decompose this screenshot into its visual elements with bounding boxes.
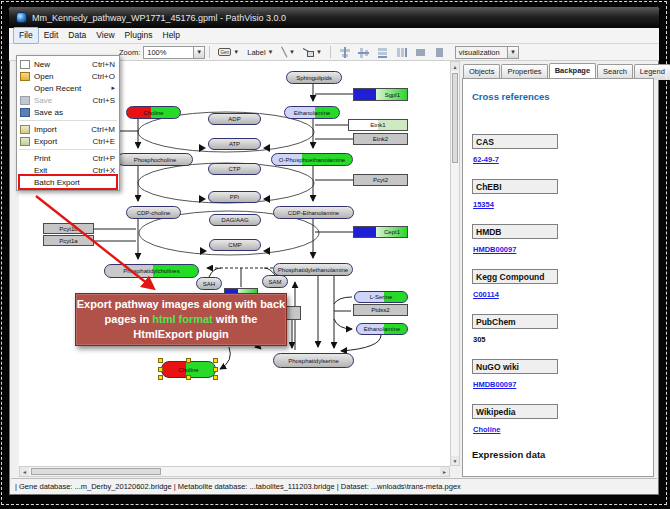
crossref-link[interactable]: HMDB00097 [473, 380, 653, 389]
common-width-icon[interactable] [414, 46, 427, 59]
tab-backpage[interactable]: Backpage [549, 63, 596, 79]
selection-handle[interactable] [186, 375, 191, 380]
node-label: Choline [178, 367, 198, 373]
crossref-link[interactable]: C00114 [473, 290, 653, 299]
file-menu-item-batch-export[interactable]: Batch Export [17, 176, 119, 188]
pathway-node-ptdss2[interactable]: Ptdss2 [353, 304, 408, 316]
zoom-dropdown-icon[interactable]: ▼ [193, 47, 204, 58]
selection-handle[interactable] [213, 358, 218, 363]
canvas-horizontal-scrollbar[interactable]: ◄ ► [19, 466, 450, 477]
selection-handle[interactable] [213, 367, 218, 372]
menu-shortcut: Ctrl+O [92, 72, 115, 81]
pathway-node-sgpl1[interactable]: Sgpl1 [353, 88, 408, 101]
menu-shortcut: Ctrl+S [93, 96, 115, 105]
pathway-node-phosphatidylethanolamine[interactable]: Phosphatidylethanolamine [273, 263, 353, 276]
menu-item-label: New [34, 60, 50, 69]
horizontal-scroll-thumb[interactable] [31, 468, 161, 475]
pathway-node-phosphocholine[interactable]: Phosphocholine [117, 153, 193, 166]
pathway-node-cdp-ethanolamine[interactable]: CDP-Ethanolamine [273, 206, 354, 219]
crossref-section-wikipedia: WikipediaCholine [472, 404, 653, 434]
file-menu-item-save-as[interactable]: Save as [17, 106, 119, 118]
visualization-combobox[interactable]: visualization ▼ [455, 46, 519, 59]
label-tool-button[interactable]: Label ▼ [243, 46, 277, 59]
node-label: CDP-Ethanolamine [288, 210, 339, 216]
shape-icon [303, 48, 314, 57]
pathway-node-ethanolamine[interactable]: Ethanolamine [284, 106, 340, 119]
pathway-node-ppi[interactable]: PPi [208, 191, 261, 203]
stack-horizontal-icon[interactable] [395, 46, 408, 59]
datanode-tool-button[interactable]: Gen ▼ [214, 46, 243, 58]
crossref-link[interactable]: 15354 [473, 200, 653, 209]
selection-handle[interactable] [158, 358, 163, 363]
stack-vertical-icon[interactable] [376, 46, 389, 59]
pathway-node-pcyt2[interactable]: Pcyt2 [353, 174, 408, 186]
vertical-scroll-thumb[interactable] [452, 73, 458, 163]
file-menu-item-print[interactable]: PrintCtrl+P [17, 152, 119, 164]
pathway-node-etnk2[interactable]: Etnk2 [353, 133, 408, 145]
annotation-callout: Export pathway images along with back pa… [75, 293, 287, 346]
zoom-combobox[interactable]: 100% ▼ [143, 46, 205, 59]
menu-item-plugins[interactable]: Plugins [120, 28, 158, 43]
pathway-node-ctp[interactable]: CTP [208, 163, 261, 175]
pathway-node-sphingolipids[interactable]: Sphingolipids [286, 71, 342, 84]
file-menu-item-export[interactable]: ExportCtrl+E [17, 135, 119, 147]
callout-line3: HtmlExport plugin [76, 327, 286, 342]
scroll-up-icon[interactable]: ▲ [451, 62, 459, 71]
canvas-vertical-scrollbar[interactable]: ▲ ▼ [450, 61, 460, 466]
menu-item-data[interactable]: Data [63, 28, 91, 43]
menu-item-view[interactable]: View [91, 28, 119, 43]
pathway-node-phosphatidylcholines[interactable]: Phosphatidylcholines [104, 264, 199, 278]
scroll-down-icon[interactable]: ▼ [451, 456, 459, 465]
file-menu-item-save[interactable]: SaveCtrl+S [17, 94, 119, 106]
pathway-node-cmp[interactable]: CMP [209, 239, 261, 251]
selection-handle[interactable] [158, 375, 163, 380]
crossref-link[interactable]: 62-49-7 [473, 155, 653, 164]
file-menu-item-open[interactable]: OpenCtrl+O [17, 70, 119, 82]
pathway-node-phosphatidylserine[interactable]: Phosphatidylserine [273, 353, 354, 368]
node-label: PPi [230, 194, 239, 200]
pathway-node-cept1[interactable]: Cept1 [353, 226, 408, 238]
pathway-node-sah[interactable]: SAH [196, 277, 222, 290]
selection-handle[interactable] [158, 367, 163, 372]
crossref-header: CAS [472, 134, 558, 149]
node-label: ADP [228, 116, 240, 122]
node-label: L-Serine [370, 294, 393, 300]
pathway-node-cdp-choline[interactable]: CDP-choline [126, 206, 181, 219]
visualization-dropdown-icon[interactable]: ▼ [507, 47, 518, 58]
menu-item-label: Save as [34, 108, 63, 117]
pathway-node-pcyt1a[interactable]: Pcyt1a [43, 235, 94, 246]
pathway-node-etnk1[interactable]: Etnk1 [348, 119, 408, 131]
file-menu-item-open-recent[interactable]: Open Recent▸ [17, 82, 119, 94]
app-icon [16, 12, 27, 23]
align-horizontal-icon[interactable] [338, 46, 351, 59]
crossref-link[interactable]: HMDB00097 [473, 245, 653, 254]
common-height-icon[interactable] [433, 46, 446, 59]
selection-handle[interactable] [213, 375, 218, 380]
menu-item-help[interactable]: Help [158, 28, 185, 43]
pathway-node-o-phosphoethanolamine[interactable]: O-Phosphoethanolamine [271, 153, 353, 166]
pathway-node-ethanolamine[interactable]: Ethanolamine [356, 323, 408, 335]
save-icon [20, 96, 30, 105]
pathway-node-dag-aag[interactable]: DAG/AAG [209, 214, 261, 226]
menu-item-file[interactable]: File [13, 27, 39, 44]
pathway-node-pcyt1b[interactable]: Pcyt1b [43, 223, 94, 234]
pathway-node-sam[interactable]: SAM [262, 275, 288, 288]
shape-tool-button[interactable]: ▼ [299, 46, 326, 59]
scroll-right-icon[interactable]: ► [440, 467, 449, 476]
selection-handle[interactable] [186, 358, 191, 363]
open-folder-icon [20, 72, 30, 81]
pathway-node-l-serine[interactable]: L-Serine [354, 291, 408, 303]
menu-item-edit[interactable]: Edit [39, 28, 64, 43]
file-menu-item-new[interactable]: NewCtrl+N [17, 58, 119, 70]
line-tool-button[interactable]: ╲ ▼ [278, 45, 299, 59]
scroll-left-icon[interactable]: ◄ [20, 467, 29, 476]
pathway-node-adp[interactable]: ADP [208, 113, 261, 125]
submenu-arrow-icon: ▸ [111, 84, 115, 92]
status-text: | Gene database: ...m_Derby_20120602.bri… [15, 482, 461, 491]
crossref-link[interactable]: Choline [473, 425, 653, 434]
crossref-header: Wikipedia [472, 404, 558, 419]
file-menu-item-import[interactable]: ImportCtrl+M [17, 123, 119, 135]
pathway-node-atp[interactable]: ATP [208, 138, 261, 150]
pathway-node-choline[interactable]: Choline [126, 106, 181, 119]
align-vertical-icon[interactable] [357, 46, 370, 59]
